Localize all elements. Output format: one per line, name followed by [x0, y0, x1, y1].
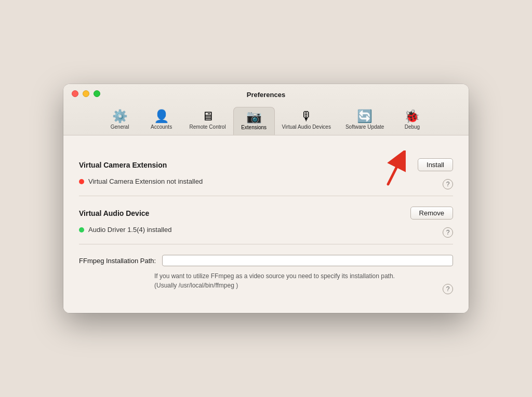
virtual-audio-help-button[interactable]: ?: [443, 227, 453, 238]
virtual-audio-header: Virtual Audio Device Remove: [79, 207, 453, 220]
ffmpeg-path-row: FFmpeg Installation Path:: [79, 255, 453, 266]
virtual-audio-title: Virtual Audio Device: [79, 209, 149, 217]
tab-remote-control-label: Remote Control: [190, 124, 226, 130]
ffmpeg-section: FFmpeg Installation Path: If you want to…: [79, 244, 453, 300]
general-icon: ⚙️: [112, 110, 128, 122]
close-button[interactable]: [72, 90, 78, 97]
ffmpeg-label: FFmpeg Installation Path:: [79, 257, 156, 265]
ffmpeg-input[interactable]: [162, 255, 453, 266]
virtual-camera-status-text: Virtual Camera Extension not installed: [88, 177, 203, 185]
virtual-audio-status-text: Audio Driver 1.5(4) installed: [88, 226, 171, 234]
virtual-audio-status: Audio Driver 1.5(4) installed: [79, 226, 453, 234]
minimize-button[interactable]: [83, 90, 89, 97]
virtual-camera-section: Virtual Camera Extension I: [79, 148, 453, 196]
virtual-audio-devices-icon: 🎙: [300, 110, 313, 122]
tab-general[interactable]: ⚙️ General: [99, 107, 141, 135]
ffmpeg-help-button[interactable]: ?: [443, 284, 453, 294]
tab-extensions-label: Extensions: [241, 125, 267, 130]
preferences-window: Preferences ⚙️ General 👤 Accounts 🖥 Remo…: [63, 84, 469, 313]
tab-virtual-audio-devices-label: Virtual Audio Devices: [282, 124, 331, 130]
virtual-camera-title: Virtual Camera Extension: [79, 161, 167, 169]
tab-software-update-label: Software Update: [345, 124, 384, 130]
toolbar: ⚙️ General 👤 Accounts 🖥 Remote Control 📷…: [72, 104, 460, 135]
tab-general-label: General: [111, 124, 129, 130]
tab-accounts-label: Accounts: [151, 124, 172, 130]
extensions-icon: 📷: [246, 111, 262, 123]
titlebar: Preferences ⚙️ General 👤 Accounts 🖥 Remo…: [63, 84, 469, 135]
virtual-camera-status: Virtual Camera Extension not installed: [79, 177, 453, 185]
software-update-icon: 🔄: [357, 110, 373, 122]
virtual-camera-header: Virtual Camera Extension I: [79, 158, 453, 171]
main-content: Virtual Camera Extension I: [63, 135, 469, 313]
virtual-camera-help-button[interactable]: ?: [443, 179, 453, 189]
virtual-audio-status-dot: [79, 227, 84, 232]
remote-control-icon: 🖥: [202, 110, 214, 122]
window-title: Preferences: [72, 91, 460, 99]
virtual-audio-section: Virtual Audio Device Remove Audio Driver…: [79, 196, 453, 244]
tab-virtual-audio-devices[interactable]: 🎙 Virtual Audio Devices: [275, 107, 338, 135]
tab-extensions[interactable]: 📷 Extensions: [233, 107, 275, 135]
tab-remote-control[interactable]: 🖥 Remote Control: [182, 107, 233, 135]
install-button[interactable]: Install: [418, 158, 453, 171]
ffmpeg-description: If you want to utilize FFmpeg as a video…: [154, 271, 453, 290]
remove-button[interactable]: Remove: [410, 207, 453, 220]
accounts-icon: 👤: [154, 110, 169, 122]
maximize-button[interactable]: [94, 90, 100, 97]
tab-debug[interactable]: 🐞 Debug: [391, 107, 433, 135]
virtual-camera-status-dot: [79, 179, 84, 184]
tab-software-update[interactable]: 🔄 Software Update: [338, 107, 392, 135]
tab-accounts[interactable]: 👤 Accounts: [141, 107, 182, 135]
tab-debug-label: Debug: [405, 124, 420, 130]
debug-icon: 🐞: [404, 110, 420, 122]
